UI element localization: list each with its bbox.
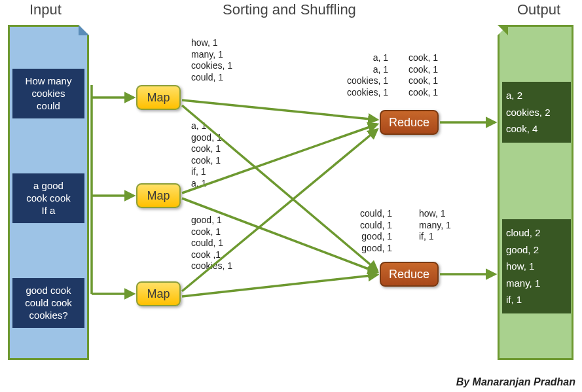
input-document: How many cookies could a good cook cook … bbox=[8, 25, 89, 360]
reduce-input-2-left: could, 1 could, 1 good, 1 good, 1 bbox=[360, 208, 392, 254]
reduce-node-1: Reduce bbox=[380, 110, 439, 135]
output-block-1: a, 2 cookies, 2 cook, 4 bbox=[502, 82, 571, 143]
byline: By Manaranjan Pradhan bbox=[456, 376, 575, 388]
output-document: a, 2 cookies, 2 cook, 4 cloud, 2 good, 2… bbox=[498, 25, 573, 360]
svg-line-9 bbox=[182, 275, 377, 296]
header-middle: Sorting and Shuffling bbox=[223, 1, 356, 18]
input-split-1: How many cookies could bbox=[12, 69, 84, 118]
reduce-node-2: Reduce bbox=[380, 262, 439, 287]
map-output-3: good, 1 cook, 1 could, 1 cook ,1 cookies… bbox=[191, 215, 232, 272]
reduce-input-2-right: how, 1 many, 1 if, 1 bbox=[419, 208, 451, 243]
input-split-2: a good cook cook If a bbox=[12, 173, 84, 223]
header-output: Output bbox=[517, 1, 560, 18]
map-node-3: Map bbox=[136, 281, 181, 306]
map-node-1: Map bbox=[136, 85, 181, 110]
reduce-input-1-left: a, 1 a, 1 cookies, 1 cookies, 1 bbox=[347, 52, 388, 98]
reduce-input-1-right: cook, 1 cook, 1 cook, 1 cook, 1 bbox=[409, 52, 438, 98]
map-node-2: Map bbox=[136, 183, 181, 208]
svg-line-4 bbox=[182, 100, 377, 120]
map-output-2: a, 1 good, 1 cook, 1 cook, 1 if, 1 a, 1 bbox=[191, 120, 222, 189]
map-output-1: how, 1 many, 1 cookies, 1 could, 1 bbox=[191, 37, 232, 83]
header-input: Input bbox=[29, 1, 62, 18]
output-block-2: cloud, 2 good, 2 how, 1 many, 1 if, 1 bbox=[502, 219, 571, 313]
input-split-3: good cook could cook cookies? bbox=[12, 278, 84, 328]
